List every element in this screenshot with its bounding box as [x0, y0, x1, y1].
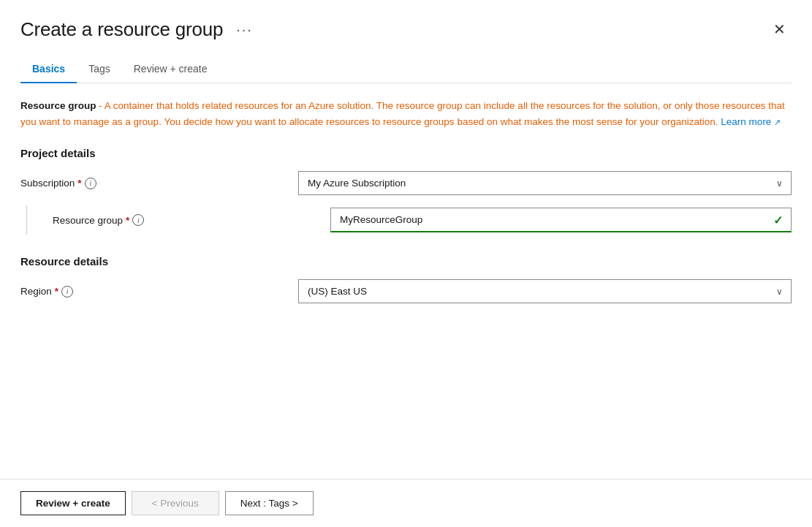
- project-details-section: Project details Subscription * i My Azur…: [20, 147, 792, 235]
- tab-tags[interactable]: Tags: [77, 56, 122, 83]
- create-resource-group-dialog: Create a resource group ··· ✕ Basics Tag…: [0, 0, 812, 527]
- resource-details-title: Resource details: [20, 255, 792, 268]
- resource-group-select[interactable]: MyResourceGroup: [330, 208, 792, 232]
- region-label: Region * i: [20, 286, 298, 297]
- tab-bar: Basics Tags Review + create: [20, 56, 792, 83]
- dialog-header: Create a resource group ··· ✕: [0, 0, 812, 41]
- dialog-body: Basics Tags Review + create Resource gro…: [0, 41, 812, 479]
- subscription-required: *: [77, 178, 81, 189]
- tab-basics[interactable]: Basics: [20, 56, 77, 83]
- dialog-title: Create a resource group: [20, 18, 223, 41]
- resource-group-select-wrapper: MyResourceGroup ✓: [330, 208, 792, 232]
- resource-group-required: *: [126, 215, 129, 226]
- region-select-wrapper: (US) East US ∨: [298, 279, 792, 303]
- subscription-label: Subscription * i: [20, 178, 298, 189]
- subscription-select[interactable]: My Azure Subscription: [298, 171, 792, 195]
- region-control: (US) East US ∨: [298, 279, 792, 303]
- external-link-icon: ↗: [774, 118, 781, 126]
- tab-review-create[interactable]: Review + create: [122, 56, 219, 83]
- description-text: Resource group - A container that holds …: [20, 98, 792, 129]
- resource-group-label: Resource group * i: [53, 214, 330, 226]
- resource-group-row: Resource group * i MyResourceGroup ✓: [20, 205, 792, 235]
- description-body: - A container that holds related resourc…: [20, 100, 785, 127]
- subscription-info-icon[interactable]: i: [85, 178, 96, 189]
- review-create-button[interactable]: Review + create: [20, 491, 126, 515]
- subscription-control: My Azure Subscription ∨: [298, 171, 792, 195]
- region-select[interactable]: (US) East US: [298, 279, 792, 303]
- previous-button: < Previous: [132, 491, 219, 515]
- resource-group-info-icon[interactable]: i: [132, 214, 144, 226]
- subscription-row: Subscription * i My Azure Subscription ∨: [20, 171, 792, 195]
- learn-more-link[interactable]: Learn more: [721, 116, 771, 127]
- title-row: Create a resource group ···: [20, 18, 257, 41]
- resource-group-control: MyResourceGroup ✓: [330, 208, 792, 232]
- indent-content: Resource group * i MyResourceGroup ✓: [53, 208, 792, 232]
- dialog-footer: Review + create < Previous Next : Tags >: [0, 479, 812, 527]
- region-info-icon[interactable]: i: [61, 286, 73, 297]
- resource-details-section: Resource details Region * i (US) East US…: [20, 255, 792, 303]
- close-button[interactable]: ✕: [767, 18, 792, 41]
- more-options-button[interactable]: ···: [232, 20, 257, 39]
- region-row: Region * i (US) East US ∨: [20, 279, 792, 303]
- region-required: *: [55, 286, 58, 297]
- project-details-title: Project details: [20, 147, 792, 159]
- description-bold: Resource group: [20, 100, 96, 111]
- next-tags-button[interactable]: Next : Tags >: [225, 491, 314, 515]
- subscription-select-wrapper: My Azure Subscription ∨: [298, 171, 792, 195]
- indent-line: [26, 205, 47, 235]
